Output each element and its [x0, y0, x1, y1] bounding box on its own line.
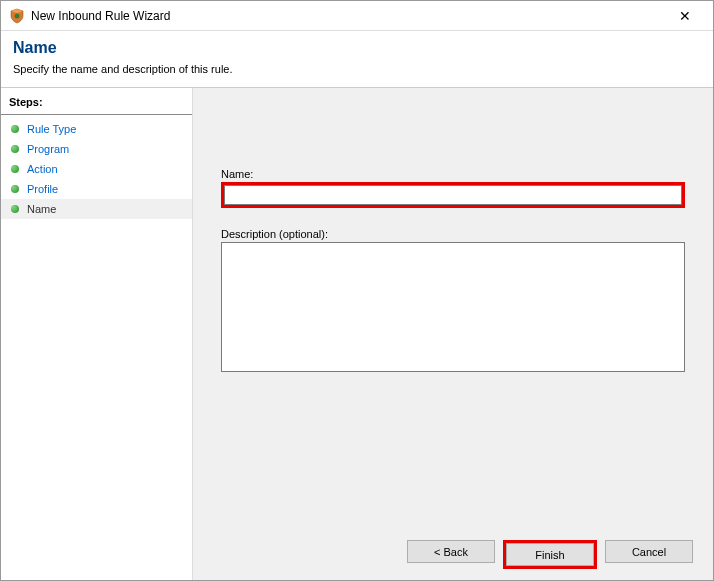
description-field-group: Description (optional): [221, 228, 685, 376]
step-link[interactable]: Rule Type [27, 123, 76, 135]
description-input[interactable] [221, 242, 685, 372]
step-link[interactable]: Program [27, 143, 69, 155]
bullet-icon [11, 185, 19, 193]
window-title: New Inbound Rule Wizard [31, 9, 665, 23]
name-input-highlight [221, 182, 685, 208]
name-input[interactable] [224, 185, 682, 205]
step-link[interactable]: Profile [27, 183, 58, 195]
step-profile[interactable]: Profile [1, 179, 192, 199]
bullet-icon [11, 165, 19, 173]
name-label: Name: [221, 168, 685, 180]
wizard-header: Name Specify the name and description of… [1, 31, 713, 88]
bullet-icon [11, 145, 19, 153]
steps-heading: Steps: [1, 92, 192, 115]
finish-button[interactable]: Finish [506, 543, 594, 566]
step-name[interactable]: Name [1, 199, 192, 219]
titlebar: New Inbound Rule Wizard ✕ [1, 1, 713, 31]
step-link[interactable]: Action [27, 163, 58, 175]
wizard-body: Steps: Rule Type Program Action Profile … [1, 88, 713, 581]
steps-sidebar: Steps: Rule Type Program Action Profile … [1, 88, 193, 581]
bullet-icon [11, 205, 19, 213]
name-field-group: Name: [221, 168, 685, 208]
step-rule-type[interactable]: Rule Type [1, 119, 192, 139]
step-action[interactable]: Action [1, 159, 192, 179]
back-button[interactable]: < Back [407, 540, 495, 563]
step-program[interactable]: Program [1, 139, 192, 159]
cancel-button[interactable]: Cancel [605, 540, 693, 563]
bullet-icon [11, 125, 19, 133]
page-subtitle: Specify the name and description of this… [13, 63, 701, 75]
description-label: Description (optional): [221, 228, 685, 240]
finish-button-highlight: Finish [503, 540, 597, 569]
close-icon: ✕ [679, 8, 691, 24]
firewall-icon [9, 8, 25, 24]
step-link[interactable]: Name [27, 203, 56, 215]
close-button[interactable]: ✕ [665, 2, 705, 30]
button-row: < Back Finish Cancel [407, 540, 693, 569]
page-title: Name [13, 39, 701, 57]
svg-point-0 [15, 13, 20, 18]
content-pane: Name: Description (optional): < Back Fin… [193, 88, 713, 581]
